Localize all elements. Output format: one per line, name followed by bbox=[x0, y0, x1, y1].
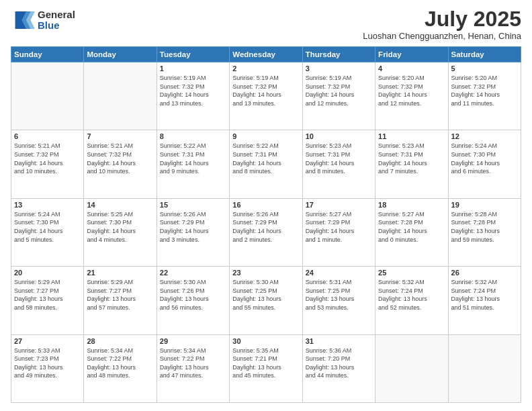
day-info: Sunrise: 5:19 AM Sunset: 7:32 PM Dayligh… bbox=[306, 74, 372, 107]
day-info: Sunrise: 5:22 AM Sunset: 7:31 PM Dayligh… bbox=[232, 142, 299, 175]
calendar-cell: 13Sunrise: 5:24 AM Sunset: 7:30 PM Dayli… bbox=[11, 198, 84, 266]
day-number: 24 bbox=[306, 269, 372, 277]
calendar-cell: 17Sunrise: 5:27 AM Sunset: 7:29 PM Dayli… bbox=[302, 198, 375, 266]
day-number: 18 bbox=[378, 201, 445, 209]
day-number: 21 bbox=[87, 269, 153, 277]
calendar-cell: 22Sunrise: 5:30 AM Sunset: 7:26 PM Dayli… bbox=[157, 267, 229, 334]
day-info: Sunrise: 5:32 AM Sunset: 7:24 PM Dayligh… bbox=[451, 278, 518, 312]
calendar-week-row: 1Sunrise: 5:19 AM Sunset: 7:32 PM Daylig… bbox=[11, 62, 521, 130]
calendar-day-header: Sunday bbox=[11, 47, 84, 62]
logo-line1: General bbox=[38, 9, 75, 21]
day-number: 14 bbox=[87, 201, 153, 209]
calendar-cell: 18Sunrise: 5:27 AM Sunset: 7:28 PM Dayli… bbox=[375, 198, 448, 266]
day-info: Sunrise: 5:32 AM Sunset: 7:24 PM Dayligh… bbox=[378, 278, 445, 312]
calendar-day-header: Monday bbox=[84, 47, 157, 62]
calendar-cell: 8Sunrise: 5:22 AM Sunset: 7:31 PM Daylig… bbox=[157, 130, 229, 198]
calendar-cell: 16Sunrise: 5:26 AM Sunset: 7:29 PM Dayli… bbox=[230, 198, 302, 266]
calendar-cell bbox=[84, 62, 157, 130]
day-info: Sunrise: 5:22 AM Sunset: 7:31 PM Dayligh… bbox=[160, 142, 226, 175]
logo-icon bbox=[11, 8, 35, 32]
day-info: Sunrise: 5:20 AM Sunset: 7:32 PM Dayligh… bbox=[378, 74, 445, 107]
day-number: 25 bbox=[378, 269, 445, 277]
day-number: 11 bbox=[378, 132, 445, 140]
day-info: Sunrise: 5:24 AM Sunset: 7:30 PM Dayligh… bbox=[14, 210, 81, 244]
day-number: 17 bbox=[306, 201, 372, 209]
calendar-cell: 14Sunrise: 5:25 AM Sunset: 7:30 PM Dayli… bbox=[84, 198, 157, 266]
day-number: 10 bbox=[306, 132, 372, 140]
day-info: Sunrise: 5:23 AM Sunset: 7:31 PM Dayligh… bbox=[378, 142, 445, 175]
day-number: 29 bbox=[160, 337, 226, 345]
day-number: 4 bbox=[378, 64, 445, 73]
calendar-cell: 9Sunrise: 5:22 AM Sunset: 7:31 PM Daylig… bbox=[230, 130, 302, 198]
calendar-cell: 12Sunrise: 5:24 AM Sunset: 7:30 PM Dayli… bbox=[448, 130, 521, 198]
calendar-cell: 20Sunrise: 5:29 AM Sunset: 7:27 PM Dayli… bbox=[11, 267, 84, 334]
day-number: 9 bbox=[232, 132, 299, 140]
day-number: 12 bbox=[451, 132, 518, 140]
day-info: Sunrise: 5:27 AM Sunset: 7:29 PM Dayligh… bbox=[306, 210, 372, 244]
calendar-week-row: 6Sunrise: 5:21 AM Sunset: 7:32 PM Daylig… bbox=[11, 130, 521, 198]
calendar-cell bbox=[375, 334, 448, 402]
calendar-cell: 28Sunrise: 5:34 AM Sunset: 7:22 PM Dayli… bbox=[84, 334, 157, 402]
calendar-cell: 15Sunrise: 5:26 AM Sunset: 7:29 PM Dayli… bbox=[157, 198, 229, 266]
calendar-cell: 11Sunrise: 5:23 AM Sunset: 7:31 PM Dayli… bbox=[375, 130, 448, 198]
day-number: 19 bbox=[451, 201, 518, 209]
day-info: Sunrise: 5:28 AM Sunset: 7:28 PM Dayligh… bbox=[451, 210, 518, 244]
day-number: 1 bbox=[160, 64, 226, 73]
page: General Blue July 2025 Luoshan Chengguan… bbox=[0, 0, 532, 411]
calendar-cell: 7Sunrise: 5:21 AM Sunset: 7:32 PM Daylig… bbox=[84, 130, 157, 198]
day-info: Sunrise: 5:29 AM Sunset: 7:27 PM Dayligh… bbox=[87, 278, 153, 312]
day-number: 27 bbox=[14, 337, 81, 345]
day-info: Sunrise: 5:34 AM Sunset: 7:22 PM Dayligh… bbox=[87, 347, 153, 380]
calendar-cell: 5Sunrise: 5:20 AM Sunset: 7:32 PM Daylig… bbox=[448, 62, 521, 130]
month-title: July 2025 bbox=[363, 8, 521, 30]
day-info: Sunrise: 5:24 AM Sunset: 7:30 PM Dayligh… bbox=[451, 142, 518, 175]
day-info: Sunrise: 5:27 AM Sunset: 7:28 PM Dayligh… bbox=[378, 210, 445, 244]
calendar-day-header: Tuesday bbox=[157, 47, 229, 62]
calendar-cell: 27Sunrise: 5:33 AM Sunset: 7:23 PM Dayli… bbox=[11, 334, 84, 402]
calendar-cell: 29Sunrise: 5:34 AM Sunset: 7:22 PM Dayli… bbox=[157, 334, 229, 402]
day-info: Sunrise: 5:33 AM Sunset: 7:23 PM Dayligh… bbox=[14, 347, 81, 380]
calendar-cell bbox=[448, 334, 521, 402]
calendar-cell: 23Sunrise: 5:30 AM Sunset: 7:25 PM Dayli… bbox=[230, 267, 302, 334]
calendar-day-header: Friday bbox=[375, 47, 448, 62]
calendar-table: SundayMondayTuesdayWednesdayThursdayFrid… bbox=[11, 46, 521, 403]
day-info: Sunrise: 5:36 AM Sunset: 7:20 PM Dayligh… bbox=[306, 347, 372, 380]
day-info: Sunrise: 5:19 AM Sunset: 7:32 PM Dayligh… bbox=[160, 74, 226, 107]
calendar-day-header: Saturday bbox=[448, 47, 521, 62]
day-number: 5 bbox=[451, 64, 518, 73]
logo: General Blue bbox=[11, 8, 75, 32]
calendar-day-header: Wednesday bbox=[230, 47, 302, 62]
day-info: Sunrise: 5:21 AM Sunset: 7:32 PM Dayligh… bbox=[14, 142, 81, 175]
day-number: 26 bbox=[451, 269, 518, 277]
calendar-cell bbox=[11, 62, 84, 130]
day-info: Sunrise: 5:26 AM Sunset: 7:29 PM Dayligh… bbox=[232, 210, 299, 244]
day-info: Sunrise: 5:34 AM Sunset: 7:22 PM Dayligh… bbox=[160, 347, 226, 380]
day-number: 20 bbox=[14, 269, 81, 277]
day-info: Sunrise: 5:19 AM Sunset: 7:32 PM Dayligh… bbox=[232, 74, 299, 107]
day-info: Sunrise: 5:25 AM Sunset: 7:30 PM Dayligh… bbox=[87, 210, 153, 244]
calendar-cell: 3Sunrise: 5:19 AM Sunset: 7:32 PM Daylig… bbox=[302, 62, 375, 130]
calendar-cell: 26Sunrise: 5:32 AM Sunset: 7:24 PM Dayli… bbox=[448, 267, 521, 334]
day-number: 8 bbox=[160, 132, 226, 140]
day-number: 3 bbox=[306, 64, 372, 73]
calendar-cell: 19Sunrise: 5:28 AM Sunset: 7:28 PM Dayli… bbox=[448, 198, 521, 266]
day-info: Sunrise: 5:21 AM Sunset: 7:32 PM Dayligh… bbox=[87, 142, 153, 175]
day-info: Sunrise: 5:30 AM Sunset: 7:26 PM Dayligh… bbox=[160, 278, 226, 312]
calendar-header-row: SundayMondayTuesdayWednesdayThursdayFrid… bbox=[11, 47, 521, 62]
day-number: 2 bbox=[232, 64, 299, 73]
day-info: Sunrise: 5:31 AM Sunset: 7:25 PM Dayligh… bbox=[306, 278, 372, 312]
day-info: Sunrise: 5:35 AM Sunset: 7:21 PM Dayligh… bbox=[232, 347, 299, 380]
calendar-day-header: Thursday bbox=[302, 47, 375, 62]
calendar-week-row: 20Sunrise: 5:29 AM Sunset: 7:27 PM Dayli… bbox=[11, 267, 521, 334]
title-block: July 2025 Luoshan Chengguanzhen, Henan, … bbox=[363, 8, 521, 41]
day-number: 6 bbox=[14, 132, 81, 140]
calendar-week-row: 13Sunrise: 5:24 AM Sunset: 7:30 PM Dayli… bbox=[11, 198, 521, 266]
calendar-cell: 21Sunrise: 5:29 AM Sunset: 7:27 PM Dayli… bbox=[84, 267, 157, 334]
calendar-cell: 25Sunrise: 5:32 AM Sunset: 7:24 PM Dayli… bbox=[375, 267, 448, 334]
calendar-cell: 24Sunrise: 5:31 AM Sunset: 7:25 PM Dayli… bbox=[302, 267, 375, 334]
day-info: Sunrise: 5:26 AM Sunset: 7:29 PM Dayligh… bbox=[160, 210, 226, 244]
day-number: 13 bbox=[14, 201, 81, 209]
day-info: Sunrise: 5:20 AM Sunset: 7:32 PM Dayligh… bbox=[451, 74, 518, 107]
day-number: 28 bbox=[87, 337, 153, 345]
day-number: 16 bbox=[232, 201, 299, 209]
